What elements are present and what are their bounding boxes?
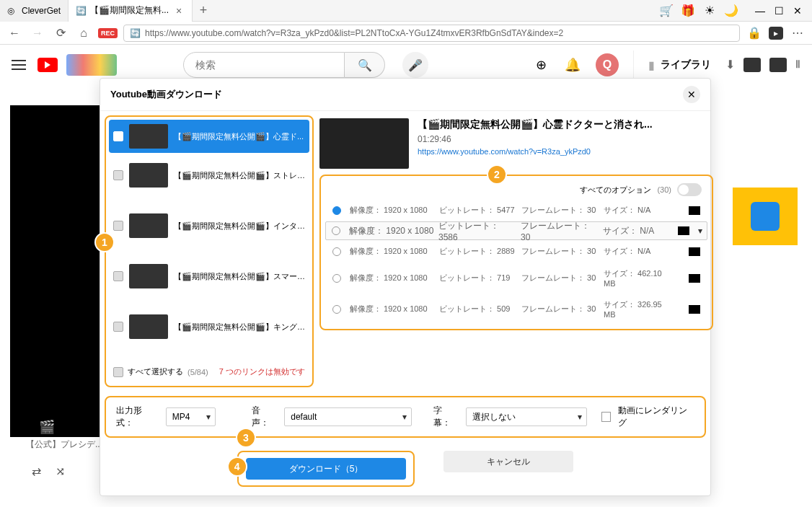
new-tab-button[interactable]: + (193, 0, 214, 22)
app-icon: ◎ (7, 6, 17, 16)
youtube-logo[interactable] (37, 58, 58, 72)
subtitle-select[interactable]: 選択しない (466, 407, 586, 426)
repeat-icon[interactable]: ⇄ (32, 464, 41, 478)
invalid-links-label: 7 つのリンクは無効です (219, 366, 305, 377)
more-icon[interactable]: ⋯ (789, 25, 806, 42)
format-row[interactable]: 解像度： 1920 x 1080ビットレート： 5477フレームレート： 30サ… (325, 199, 707, 221)
bitrate: ビットレート： 5477 (439, 205, 518, 216)
video-checkbox[interactable] (113, 221, 123, 231)
search-input[interactable] (183, 52, 345, 78)
format-row[interactable]: 解像度： 1920 x 1080ビットレート： 719フレームレート： 30サイ… (325, 263, 707, 294)
lock-icon[interactable]: 🔒 (746, 25, 763, 42)
select-all-label: すべて選択する (128, 366, 183, 377)
format-radio[interactable] (332, 274, 341, 283)
menu-button[interactable] (12, 56, 29, 74)
format-radio[interactable] (332, 247, 341, 256)
preview-icon[interactable] (678, 226, 689, 235)
size: サイズ： N/A (604, 205, 676, 216)
notifications-icon[interactable]: 🔔 (564, 56, 581, 74)
home-button[interactable]: ⌂ (75, 25, 92, 42)
select-count: (5/84) (187, 368, 208, 376)
detail-title: 【🎬期間限定無料公開🎬】心霊ドクターと消され... (418, 118, 713, 131)
tab-label: CleverGet (22, 6, 61, 16)
format-radio[interactable] (332, 305, 341, 314)
subtitle-label: 字幕： (433, 405, 459, 429)
titlebar-right: 🛒 🎁 ☀ 🌙 — ☐ ✕ (659, 2, 812, 19)
minimize-button[interactable]: — (751, 2, 769, 19)
download-icon[interactable]: ⬇ (725, 58, 735, 72)
url-input[interactable]: 🔄 https://www.youtube.com/watch?v=R3za_y… (123, 25, 740, 42)
close-icon[interactable]: × (173, 5, 185, 17)
maximize-button[interactable]: ☐ (770, 2, 787, 19)
video-checkbox[interactable] (113, 271, 123, 281)
preview-icon[interactable] (689, 274, 700, 283)
site-icon: 🔄 (130, 28, 141, 38)
render-checkbox[interactable] (601, 412, 612, 422)
preview-icon[interactable] (689, 206, 700, 215)
resolution: 解像度： 1920 x 1080 (350, 246, 436, 257)
detail-url[interactable]: https://www.youtube.com/watch?v=R3za_ykP… (418, 147, 713, 156)
audio-icon[interactable]: ⦀ (795, 58, 800, 72)
library-label: ライブラリ (661, 58, 711, 71)
video-thumbnail (129, 264, 168, 288)
video-title: 【🎬期間限定無料公開🎬】心霊ド... (174, 131, 305, 142)
all-options-toggle[interactable] (677, 183, 702, 196)
address-bar: ← → ⟳ ⌂ REC 🔄 https://www.youtube.com/wa… (0, 22, 812, 45)
gift-icon[interactable]: 🎁 (681, 4, 695, 18)
format-label: 出力形式： (116, 405, 159, 429)
bitrate: ビットレート： 3586 (438, 220, 518, 242)
reload-button[interactable]: ⟳ (52, 25, 69, 42)
cart-icon[interactable]: 🛒 (659, 4, 674, 18)
video-list-item[interactable]: 【🎬期間限定無料公開🎬】キング・... (109, 310, 309, 343)
preview-icon[interactable] (689, 247, 700, 256)
avatar[interactable]: Q (596, 53, 619, 76)
video-list-item[interactable]: 【🎬期間限定無料公開🎬】スマート... (109, 260, 309, 293)
theme-moon-icon[interactable]: 🌙 (724, 4, 738, 18)
theme-sun-icon[interactable]: ☀ (702, 4, 717, 18)
format-options-panel: 2 すべてのオプション (30) 解像度： 1920 x 1080ビットレート：… (319, 175, 713, 330)
tab-label: 【🎬期間限定無料... (90, 4, 169, 17)
callout-4: 4 (227, 457, 247, 477)
callout-3: 3 (236, 428, 256, 448)
format-row[interactable]: 解像度： 1920 x 1080ビットレート： 3586フレームレート： 30サ… (325, 221, 707, 240)
lib-icon-2[interactable] (769, 58, 787, 72)
bg-subtitle: 【公式】プレシデ... (26, 438, 102, 451)
library-handle-icon[interactable]: ▮ (648, 58, 655, 72)
forward-button[interactable]: → (29, 25, 46, 42)
video-list-item[interactable]: 【🎬期間限定無料公開🎬】インター... (109, 209, 309, 242)
create-icon[interactable]: ⊕ (532, 56, 550, 74)
download-button[interactable]: ダウンロード（5） (246, 458, 407, 480)
video-checkbox[interactable] (113, 322, 123, 332)
tab-youtube[interactable]: 🔄 【🎬期間限定無料... × (69, 0, 193, 22)
tab-cleverget[interactable]: ◎ CleverGet (0, 0, 69, 22)
size: サイズ： N/A (604, 246, 676, 257)
close-button[interactable]: ✕ (789, 2, 806, 19)
audio-label: 音声： (252, 405, 277, 429)
video-checkbox[interactable] (113, 170, 123, 180)
callout-2: 2 (487, 164, 507, 185)
cancel-button[interactable]: キャンセル (443, 451, 573, 472)
format-select[interactable]: MP4 (166, 407, 216, 426)
shuffle-icon[interactable]: ⤨ (56, 464, 65, 478)
back-button[interactable]: ← (6, 25, 23, 42)
search-button[interactable]: 🔍 (345, 52, 385, 78)
titlebar: ◎ CleverGet 🔄 【🎬期間限定無料... × + 🛒 🎁 ☀ 🌙 — … (0, 0, 812, 22)
video-list-item[interactable]: 【🎬期間限定無料公開🎬】ストレン... (109, 159, 309, 192)
audio-select[interactable]: default (284, 407, 412, 426)
format-radio[interactable] (332, 226, 340, 235)
format-row[interactable]: 解像度： 1920 x 1080ビットレート： 509フレームレート： 30サイ… (325, 294, 707, 325)
size: サイズ： N/A (603, 225, 675, 237)
format-row[interactable]: 解像度： 1920 x 1080ビットレート： 2889フレームレート： 30サ… (325, 240, 707, 263)
detail-thumbnail (319, 118, 409, 169)
format-radio[interactable] (332, 206, 341, 215)
select-all-checkbox[interactable] (113, 367, 123, 377)
rec-badge[interactable]: REC (98, 28, 118, 38)
lib-icon-1[interactable] (743, 58, 761, 72)
voice-search-button[interactable]: 🎤 (402, 52, 428, 78)
extension-icon[interactable]: ▸ (769, 27, 783, 40)
video-list-item[interactable]: 【🎬期間限定無料公開🎬】心霊ド... (109, 120, 309, 153)
video-checkbox[interactable] (113, 131, 123, 141)
dialog-close-button[interactable]: ✕ (683, 86, 700, 103)
resolution: 解像度： 1920 x 1080 (350, 304, 436, 314)
preview-icon[interactable] (689, 305, 700, 314)
